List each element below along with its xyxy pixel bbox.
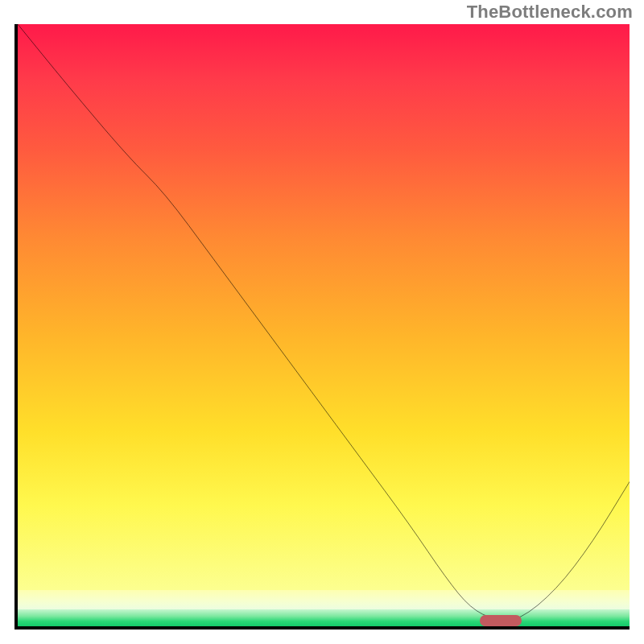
gradient-pale-band (18, 590, 630, 609)
gradient-red-yellow (18, 24, 630, 590)
background-gradient (18, 24, 630, 626)
chart-frame: TheBottleneck.com (0, 0, 644, 644)
attribution-text: TheBottleneck.com (467, 2, 633, 23)
optimum-marker (480, 615, 522, 626)
gradient-green-band (18, 609, 630, 626)
plot-area (14, 24, 630, 630)
